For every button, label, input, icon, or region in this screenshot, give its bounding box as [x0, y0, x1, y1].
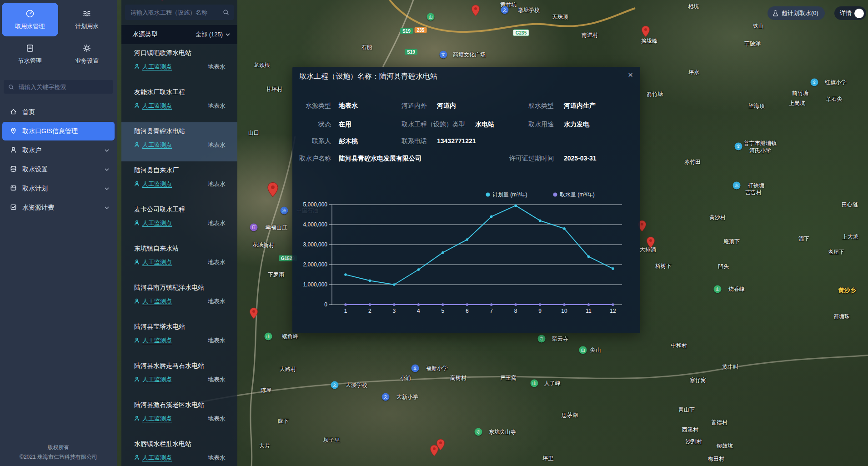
map-label: 思茅湖	[562, 411, 578, 419]
module-waves[interactable]: 计划用水	[59, 3, 115, 36]
station-list-item[interactable]: 陆河县青硿水电站 人工监测点 地表水	[121, 122, 237, 161]
station-list-item[interactable]: 陆河县激石溪老区水电站 人工监测点 地表水	[121, 396, 237, 435]
details-toggle[interactable]: 详情	[834, 6, 866, 20]
station-list-item[interactable]: 麦卡公司取水工程 人工监测点 地表水	[121, 200, 237, 240]
monitor-type-link[interactable]: 人工监测点	[134, 336, 172, 345]
monitor-type-link[interactable]: 人工监测点	[134, 141, 172, 149]
poi-marker: 油	[281, 207, 288, 215]
sidebar-item-bill[interactable]: 水资源计费	[2, 198, 115, 217]
monitor-type-link[interactable]: 人工监测点	[134, 63, 172, 71]
module-gauge[interactable]: 取用水管理	[2, 3, 58, 36]
station-search-input[interactable]	[130, 9, 223, 16]
station-list-item[interactable]: 水唇镇水栏肚水电站 人工监测点 地表水	[121, 435, 237, 466]
red-pin[interactable]	[267, 182, 279, 199]
water-source-type: 地表水	[208, 219, 226, 227]
station-list-item[interactable]: 陆河县宝塔水电站 人工监测点 地表水	[121, 318, 237, 357]
red-pin[interactable]	[436, 439, 445, 452]
station-list-item[interactable]: 陆河县自来水厂 人工监测点 地表水	[121, 161, 237, 200]
field-label: 联系电话	[401, 136, 427, 145]
red-pin[interactable]	[471, 5, 480, 18]
station-name: 水唇镇水栏肚水电站	[134, 440, 191, 448]
field-label: 取水工程（设施）类型	[401, 120, 465, 129]
station-name: 陆河县自来水厂	[134, 166, 179, 175]
module-gear[interactable]: 业务设置	[59, 37, 115, 71]
copyright-line2: ©2021 珠海市仁智科技有限公司	[0, 452, 117, 461]
map-label: 聚云寺	[552, 335, 568, 343]
search-icon	[223, 9, 229, 15]
waves-icon	[82, 9, 91, 20]
monitor-type-link[interactable]: 人工监测点	[134, 258, 172, 266]
station-list-item[interactable]: 友能水厂取水工程 人工监测点 地表水	[121, 83, 237, 122]
poi-marker: 庄	[250, 224, 258, 231]
water-source-type: 地表水	[208, 376, 226, 384]
station-list-item[interactable]: 河口镇唱歌潭水电站 人工监测点 地表水	[121, 44, 237, 83]
map-label: 高树村	[450, 374, 467, 382]
map-label: 锣鼓坑	[717, 442, 733, 450]
field-row: 联系人 彭木桃联系电话13432771221	[292, 136, 640, 145]
menu-label: 取水设置	[22, 165, 48, 174]
station-list-item[interactable]: 东坑镇自来水站 人工监测点 地表水	[121, 240, 237, 279]
station-name: 陆河县宝塔水电站	[134, 323, 185, 331]
filter-dropdown[interactable]: 全部 (125)	[196, 30, 230, 39]
svg-text:6: 6	[466, 308, 469, 314]
poi-marker: 山	[531, 380, 538, 387]
sidebar-item-db[interactable]: 取水设置	[2, 160, 115, 179]
red-pin[interactable]	[646, 236, 655, 250]
sidebar-item-pin[interactable]: 取水口GIS信息管理	[2, 122, 115, 140]
red-pin[interactable]	[641, 25, 650, 39]
poi-marker: 文	[811, 79, 818, 86]
water-source-type: 地表水	[208, 336, 226, 345]
road-badge: S19	[405, 49, 417, 55]
monitor-type-link[interactable]: 人工监测点	[134, 180, 172, 188]
menu-label: 取水口GIS信息管理	[22, 127, 78, 135]
map-label: 黄沙村	[709, 214, 726, 221]
sidebar: 取用水管理计划用水节水管理业务设置 首页取水口GIS信息管理取水户取水设置取水计…	[0, 0, 117, 466]
station-list-item[interactable]: 陆河县水唇走马石水电站 人工监测点 地表水	[121, 357, 237, 396]
map-label: 桥树下	[655, 262, 672, 270]
monitor-type-link[interactable]: 人工监测点	[134, 297, 172, 306]
station-name: 河口镇唱歌潭水电站	[134, 49, 191, 57]
red-pin[interactable]	[249, 307, 258, 321]
monitor-type-link[interactable]: 人工监测点	[134, 219, 172, 227]
sidebar-item-user[interactable]: 取水户	[2, 141, 115, 160]
field-value: 2025-03-31	[564, 154, 597, 163]
poi-marker: 文	[331, 381, 339, 389]
copyright-line1: 版权所有	[0, 443, 117, 452]
field-label: 河道内外	[401, 101, 427, 110]
monitor-type-link[interactable]: 人工监测点	[134, 376, 172, 384]
monitor-type-link[interactable]: 人工监测点	[134, 415, 172, 423]
field-pair: 河道内外河道内	[401, 101, 456, 110]
sidebar-search[interactable]	[4, 80, 113, 94]
map-canvas[interactable]: 黄竹坑天珠顶墩塘学校相坑南进村挨垅峰芋陂洋铁山红旗小学羊石尖前竹塘上岗坑望海顶坪…	[117, 0, 868, 466]
monitor-type-link[interactable]: 人工监测点	[134, 102, 172, 110]
map-label: 普宁市船埔镇	[744, 140, 777, 147]
person-icon	[134, 455, 140, 461]
svg-text:4,000,000: 4,000,000	[303, 221, 328, 228]
map-label: 芋陂洋	[744, 40, 761, 48]
poi-marker: 文	[440, 51, 447, 59]
field-value: 13432771221	[437, 136, 476, 145]
svg-text:12: 12	[610, 308, 616, 314]
map-label: 陇下	[278, 417, 289, 425]
water-source-type: 地表水	[208, 297, 226, 306]
monitor-type-link[interactable]: 人工监测点	[134, 454, 172, 462]
field-pair: 联系电话13432771221	[401, 136, 476, 145]
toggle-knob[interactable]	[854, 9, 864, 18]
bill-icon	[10, 204, 17, 212]
map-label: 沙到村	[686, 438, 702, 446]
station-search[interactable]	[125, 5, 234, 20]
sidebar-item-plan[interactable]: 取水计划	[2, 179, 115, 198]
db-icon	[10, 165, 17, 174]
over-plan-button[interactable]: 超计划取水(0)	[768, 6, 825, 20]
module-doc[interactable]: 节水管理	[2, 37, 58, 71]
person-icon	[134, 181, 140, 188]
field-label: 状态	[297, 120, 331, 129]
station-name: 东坑镇自来水站	[134, 245, 179, 253]
keyword-search-input[interactable]	[18, 83, 109, 91]
svg-text:11: 11	[586, 308, 592, 314]
map-label: 黄牛叫	[722, 363, 738, 371]
close-icon[interactable]: ×	[628, 70, 633, 79]
source-type-filter[interactable]: 水源类型 全部 (125)	[121, 25, 237, 44]
station-list-item[interactable]: 陆河县南万镇杞洋水电站 人工监测点 地表水	[121, 279, 237, 318]
sidebar-item-home[interactable]: 首页	[2, 103, 115, 121]
